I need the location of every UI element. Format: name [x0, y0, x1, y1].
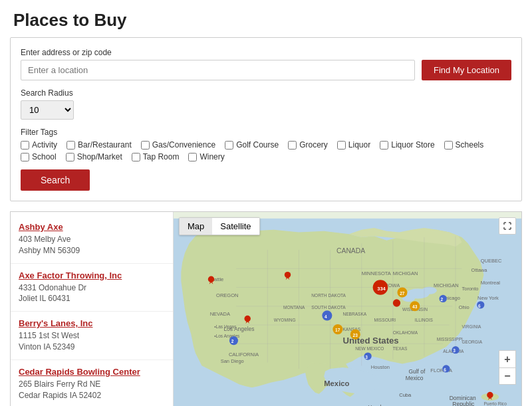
tag-winery[interactable]: Winery — [188, 152, 224, 161]
svg-text:United States: United States — [342, 336, 398, 346]
tag-activity[interactable]: Activity — [21, 140, 57, 150]
svg-point-70 — [322, 310, 332, 320]
tag-bar-restaurant[interactable]: Bar/Restaurant — [66, 140, 132, 150]
address-label: Enter address or zip code — [21, 48, 511, 57]
tag-gas-convenience[interactable]: Gas/Convenience — [141, 140, 215, 150]
tag-scheels[interactable]: Scheels — [444, 140, 484, 150]
svg-text:334: 334 — [377, 286, 386, 292]
expand-icon — [503, 222, 511, 230]
map-panel[interactable]: MONTANA NORTH DAKOTA SOUTH DAKOTA WYOMIN… — [174, 212, 521, 406]
list-item[interactable]: Axe Factor Throwing, Inc 4331 Odonahue D… — [11, 264, 173, 312]
location-address: 265 Blairs Ferry Rd NE Cedar Rapids IA 5… — [19, 379, 165, 401]
svg-text:Ohio: Ohio — [459, 304, 469, 310]
svg-text:VIRGINIA: VIRGINIA — [462, 324, 481, 329]
svg-text:NEBRASKA: NEBRASKA — [342, 312, 366, 316]
tag-liquor[interactable]: Liquor — [337, 140, 370, 150]
svg-text:6: 6 — [444, 367, 446, 372]
svg-text:MICHIGAN: MICHIGAN — [434, 282, 459, 288]
svg-text:Montreal: Montreal — [481, 280, 501, 286]
svg-text:Puerto Rico: Puerto Rico — [483, 401, 507, 406]
svg-text:MONTANA: MONTANA — [283, 305, 305, 310]
tag-liquor-checkbox[interactable] — [337, 141, 346, 150]
svg-text:4: 4 — [325, 314, 327, 319]
svg-text:ILLINOIS: ILLINOIS — [415, 318, 434, 322]
svg-text:Cuba: Cuba — [399, 392, 412, 398]
svg-text:San Diego: San Diego — [221, 358, 244, 364]
svg-text:MICHIGAN: MICHIGAN — [393, 270, 418, 276]
svg-text:Ottawa: Ottawa — [471, 267, 488, 273]
svg-text:GEORGIA: GEORGIA — [462, 340, 482, 344]
page-title: Places to Buy — [0, 0, 532, 37]
search-panel: Enter address or zip code Find My Locati… — [10, 37, 522, 201]
svg-text:NEW MEXICO: NEW MEXICO — [355, 346, 384, 351]
svg-text:CANADA: CANADA — [336, 247, 365, 254]
tag-school-checkbox[interactable] — [21, 153, 29, 161]
svg-text:17: 17 — [335, 328, 340, 332]
svg-text:43: 43 — [412, 304, 418, 309]
locations-list[interactable]: Ashby Axe 403 Melby Ave Ashby MN 56309 A… — [11, 212, 174, 406]
svg-text:23: 23 — [353, 333, 358, 338]
svg-text:Toronto: Toronto — [462, 286, 478, 292]
tag-gas-convenience-checkbox[interactable] — [141, 141, 150, 150]
tag-golf-course[interactable]: Golf Course — [225, 140, 279, 150]
svg-text:IOWA: IOWA — [386, 282, 400, 288]
tag-shop-market[interactable]: Shop/Market — [66, 152, 122, 161]
map-expand-button[interactable] — [499, 217, 516, 235]
map-tab-satellite[interactable]: Satellite — [212, 218, 259, 235]
tag-liquor-store[interactable]: Liquor Store — [380, 140, 434, 150]
svg-text:MINNESOTA: MINNESOTA — [362, 270, 391, 276]
tag-shop-market-checkbox[interactable] — [66, 153, 74, 161]
map-tabs: Map Satellite — [179, 217, 260, 235]
zoom-in-button[interactable]: + — [499, 350, 516, 367]
map-zoom-controls: + − — [499, 350, 516, 385]
svg-text:27: 27 — [400, 291, 405, 296]
tag-liquor-store-checkbox[interactable] — [380, 141, 388, 150]
tag-scheels-checkbox[interactable] — [444, 141, 453, 150]
tag-activity-checkbox[interactable] — [21, 141, 29, 150]
tag-golf-course-checkbox[interactable] — [225, 141, 233, 150]
list-item[interactable]: Ashby Axe 403 Melby Ave Ashby MN 56309 — [11, 215, 173, 264]
tag-winery-checkbox[interactable] — [188, 153, 197, 161]
map-tab-map[interactable]: Map — [180, 218, 212, 235]
svg-text:Houston: Houston — [371, 364, 390, 370]
location-name[interactable]: Axe Factor Throwing, Inc — [19, 270, 165, 280]
location-name[interactable]: Berry's Lanes, Inc — [19, 318, 165, 328]
svg-text:New York: New York — [477, 295, 499, 301]
svg-text:MISSOURI: MISSOURI — [374, 318, 396, 322]
list-item[interactable]: Cedar Rapids Bowling Center 265 Blairs F… — [11, 360, 173, 406]
tag-tap-room[interactable]: Tap Room — [132, 152, 180, 161]
location-address: 1115 1st St West Vinton IA 52349 — [19, 330, 165, 353]
svg-text:Mexico: Mexico — [406, 375, 424, 381]
svg-text:WYOMING: WYOMING — [274, 318, 296, 322]
map-background: MONTANA NORTH DAKOTA SOUTH DAKOTA WYOMIN… — [174, 212, 521, 406]
svg-text:OKLAHOMA: OKLAHOMA — [393, 330, 418, 335]
svg-text:2: 2 — [440, 297, 443, 302]
address-input[interactable] — [21, 60, 415, 80]
radius-label: Search Radius — [21, 88, 511, 98]
svg-text:QUEBEC: QUEBEC — [481, 258, 502, 264]
svg-text:MISSISSIPPI: MISSISSIPPI — [437, 337, 463, 342]
map-svg: MONTANA NORTH DAKOTA SOUTH DAKOTA WYOMIN… — [174, 212, 521, 406]
location-name[interactable]: Cedar Rapids Bowling Center — [19, 367, 165, 377]
location-name[interactable]: Ashby Axe — [19, 222, 165, 232]
find-location-button[interactable]: Find My Location — [422, 60, 511, 80]
svg-text:CALIFORNIA: CALIFORNIA — [229, 352, 259, 357]
zoom-out-button[interactable]: − — [499, 367, 516, 385]
svg-text:3: 3 — [365, 355, 368, 359]
svg-text:OREGON: OREGON — [216, 292, 238, 298]
tags-row: Activity Bar/Restaurant Gas/Convenience … — [21, 140, 511, 161]
tag-grocery-checkbox[interactable] — [288, 141, 297, 150]
location-address: 403 Melby Ave Ashby MN 56309 — [19, 234, 165, 256]
search-button[interactable]: Search — [21, 169, 90, 191]
svg-text:Mexico: Mexico — [324, 379, 349, 387]
radius-select[interactable]: 10 25 50 100 — [21, 100, 74, 120]
svg-text:Republic: Republic — [452, 401, 475, 406]
list-item[interactable]: Berry's Lanes, Inc 1115 1st St West Vint… — [11, 312, 173, 360]
tag-grocery[interactable]: Grocery — [288, 140, 328, 150]
svg-text:TEXAS: TEXAS — [393, 346, 408, 351]
svg-text:•Las Vegas: •Las Vegas — [214, 324, 237, 330]
svg-text:NEVADA: NEVADA — [210, 311, 230, 317]
tag-bar-restaurant-checkbox[interactable] — [66, 141, 75, 150]
tag-school[interactable]: School — [21, 152, 57, 161]
tag-tap-room-checkbox[interactable] — [132, 153, 140, 161]
